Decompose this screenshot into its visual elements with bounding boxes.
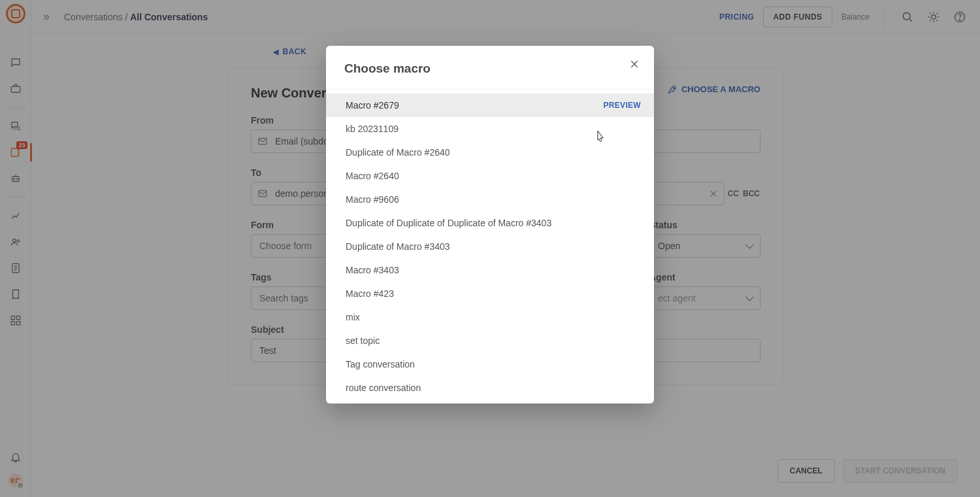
- choose-macro-modal: Choose macro Macro #2679PREVIEWkb 202311…: [326, 46, 654, 403]
- macro-item[interactable]: mix: [326, 305, 654, 329]
- macro-item-label: mix: [346, 312, 360, 322]
- modal-title: Choose macro: [344, 61, 636, 76]
- modal-close-button[interactable]: [627, 56, 642, 72]
- macro-item-label: Macro #3403: [346, 265, 399, 275]
- macro-item-label: kb 20231109: [346, 124, 399, 134]
- macro-item-label: route conversation: [346, 383, 421, 393]
- close-icon: [629, 59, 640, 69]
- macro-item-label: Macro #9606: [346, 194, 399, 205]
- macro-item-label: Macro #2640: [346, 171, 399, 181]
- macro-item-label: set topic: [346, 335, 380, 346]
- macro-item-label: Duplicate of Duplicate of Duplicate of M…: [346, 218, 551, 228]
- macro-item[interactable]: Macro #9606: [326, 188, 654, 211]
- modal-overlay[interactable]: Choose macro Macro #2679PREVIEWkb 202311…: [0, 0, 980, 497]
- macro-item-label: Tag conversation: [346, 359, 415, 369]
- macro-item[interactable]: Macro #423: [326, 282, 654, 305]
- macro-item[interactable]: Duplicate of Macro #2640: [326, 141, 654, 164]
- macro-item-label: Duplicate of Macro #2640: [346, 147, 450, 158]
- macro-item[interactable]: set topic: [326, 329, 654, 352]
- macro-item[interactable]: Duplicate of Macro #3403: [326, 235, 654, 258]
- macro-item[interactable]: Tag conversation: [326, 352, 654, 376]
- macro-item-label: Macro #2679: [346, 100, 399, 111]
- macro-item[interactable]: kb 20231109: [326, 117, 654, 141]
- macro-list[interactable]: Macro #2679PREVIEWkb 20231109Duplicate o…: [326, 90, 654, 403]
- macro-item[interactable]: Macro #2640: [326, 164, 654, 188]
- macro-item[interactable]: Duplicate of Duplicate of Duplicate of M…: [326, 211, 654, 235]
- macro-item-label: Macro #423: [346, 288, 394, 299]
- macro-item[interactable]: Macro #3403: [326, 258, 654, 282]
- macro-item-label: Duplicate of Macro #3403: [346, 241, 450, 252]
- macro-item[interactable]: Macro #2679PREVIEW: [326, 94, 654, 117]
- macro-preview-button[interactable]: PREVIEW: [604, 101, 641, 110]
- macro-item[interactable]: route conversation: [326, 376, 654, 400]
